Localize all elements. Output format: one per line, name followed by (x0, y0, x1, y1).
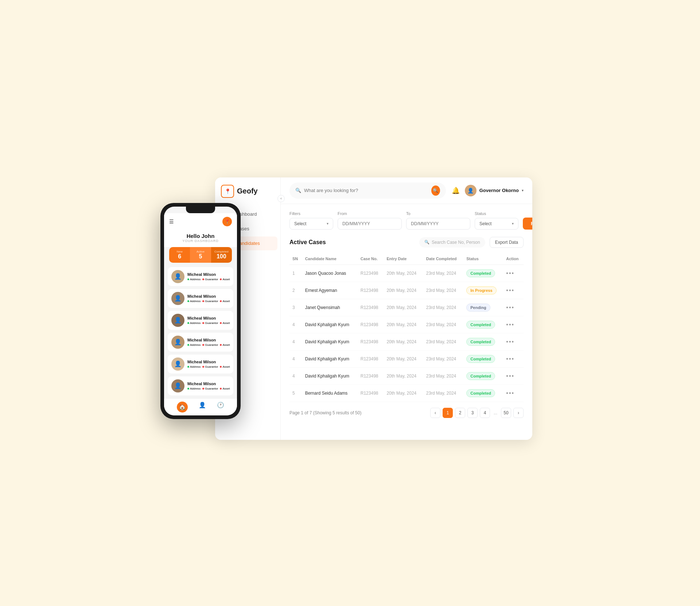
cell-action[interactable]: ••• (503, 282, 524, 299)
stat-completed-value: 100 (213, 253, 230, 260)
phone-nav: 🏠 👤 🕐 (164, 398, 237, 415)
candidate-info: Micheal Milson Address Guarantor Asset (187, 272, 230, 281)
cell-case-no: R123498 (358, 367, 384, 384)
search-input[interactable] (304, 188, 428, 193)
cell-action[interactable]: ••• (503, 316, 524, 333)
cell-sn: 4 (289, 316, 302, 333)
action-dots[interactable]: ••• (506, 390, 514, 396)
action-dots[interactable]: ••• (506, 373, 514, 379)
stat-new-label: New (171, 250, 188, 253)
candidate-avatar: 👤 (171, 379, 184, 392)
status-label: Status (475, 211, 518, 216)
tag-asset: Asset (220, 365, 230, 368)
tag-address: Address (187, 321, 201, 325)
table-row: 4 David Kphaligah Kyum R123498 20th May,… (289, 367, 524, 384)
candidate-name: Micheal Milson (187, 294, 230, 298)
to-date-input[interactable] (406, 218, 470, 230)
candidate-card[interactable]: 👤 Micheal Milson Address Guarantor Asset (168, 267, 233, 286)
user-info[interactable]: 👤 Governor Okorno ▾ (465, 185, 524, 196)
stat-new-value: 6 (171, 253, 188, 260)
tag-guarantor: Guarantor (202, 387, 218, 390)
tag-address: Address (187, 387, 201, 390)
cell-sn: 4 (289, 350, 302, 367)
from-label: From (338, 211, 402, 216)
cell-case-no: R123498 (358, 299, 384, 316)
page-ellipsis: ... (492, 410, 499, 415)
tag-guarantor: Guarantor (202, 321, 218, 325)
action-dots[interactable]: ••• (506, 356, 514, 362)
hamburger-icon[interactable]: ☰ (169, 219, 174, 224)
table-row: 3 Janet Qwensimah R123498 20th May, 2024… (289, 299, 524, 316)
tag-address: Address (187, 278, 201, 281)
search-bar: 🔍 🔍 (289, 183, 446, 199)
hello-sub: YOUR DASHBOARD (169, 239, 232, 243)
cell-action[interactable]: ••• (503, 350, 524, 367)
candidate-card[interactable]: 👤 Micheal Milson Address Guarantor Asset (168, 376, 233, 395)
cell-name: David Kphaligah Kyum (302, 367, 358, 384)
page-2-button[interactable]: 2 (455, 408, 465, 418)
candidate-card[interactable]: 👤 Micheal Milson Address Guarantor Asset (168, 289, 233, 308)
col-sn: SN (289, 253, 302, 265)
cell-sn: 2 (289, 282, 302, 299)
candidate-card[interactable]: 👤 Micheal Milson Address Guarantor Asset (168, 355, 233, 374)
candidate-card[interactable]: 👤 Micheal Milson Address Guarantor Asset (168, 311, 233, 330)
search-icon: 🔍 (295, 188, 301, 193)
action-dots[interactable]: ••• (506, 270, 514, 276)
candidate-tags: Address Guarantor Asset (187, 343, 230, 347)
stat-active-value: 5 (192, 253, 209, 260)
filters-select[interactable]: Select ▾ (289, 218, 333, 230)
cell-sn: 4 (289, 367, 302, 384)
cell-action[interactable]: ••• (503, 367, 524, 384)
cell-action[interactable]: ••• (503, 265, 524, 282)
candidate-tags: Address Guarantor Asset (187, 278, 230, 281)
phone-header: ☰ 📍 (164, 213, 237, 230)
main-content: 🔍 🔍 🔔 👤 Governor Okorno ▾ (281, 177, 532, 440)
action-dots[interactable]: ••• (506, 321, 514, 328)
desktop-app: 📍 Geofy ‹ ⊞ Dashboard 🏠 Cases 👤 Candidat… (215, 177, 532, 440)
cell-case-no: R123498 (358, 316, 384, 333)
next-page-button[interactable]: › (513, 408, 524, 418)
cell-status: In Progress (463, 282, 503, 299)
status-select[interactable]: Select ▾ (475, 218, 518, 230)
candidate-name: Micheal Milson (187, 338, 230, 342)
notification-button[interactable]: 🔔 (452, 187, 460, 195)
search-button[interactable]: 🔍 (431, 185, 440, 196)
cell-entry-date: 20th May, 2024 (384, 316, 423, 333)
from-date-input[interactable] (338, 218, 402, 230)
cell-action[interactable]: ••• (503, 333, 524, 350)
col-action: Action (503, 253, 524, 265)
page-4-button[interactable]: 4 (480, 408, 490, 418)
cell-date-completed: 23rd May, 2024 (423, 350, 463, 367)
page-3-button[interactable]: 3 (467, 408, 478, 418)
phone-nav-profile[interactable]: 👤 (199, 402, 206, 413)
cell-date-completed: 23rd May, 2024 (423, 384, 463, 402)
prev-page-button[interactable]: ‹ (430, 408, 440, 418)
candidate-tags: Address Guarantor Asset (187, 387, 230, 390)
tag-guarantor: Guarantor (202, 365, 218, 368)
tag-asset: Asset (220, 343, 230, 347)
search-case-bar[interactable]: 🔍 Search Case No, Person (419, 237, 485, 247)
sidebar-toggle[interactable]: ‹ (277, 195, 285, 202)
candidate-info: Micheal Milson Address Guarantor Asset (187, 338, 230, 347)
phone-logo-icon: 📍 (222, 217, 232, 226)
status-arrow-icon: ▾ (512, 222, 514, 226)
header-right: 🔔 👤 Governor Okorno ▾ (452, 185, 524, 196)
col-date-completed: Date Completed (423, 253, 463, 265)
export-button[interactable]: Export Data (490, 237, 524, 248)
phone-nav-history[interactable]: 🕐 (217, 402, 224, 413)
page-1-button[interactable]: 1 (443, 408, 453, 418)
page-50-button[interactable]: 50 (501, 408, 511, 418)
phone-nav-home[interactable]: 🏠 (177, 402, 188, 413)
action-dots[interactable]: ••• (506, 304, 514, 310)
action-dots[interactable]: ••• (506, 339, 514, 345)
candidate-card[interactable]: 👤 Micheal Milson Address Guarantor Asset (168, 333, 233, 352)
filter-button[interactable]: Filter (523, 218, 532, 230)
cell-action[interactable]: ••• (503, 384, 524, 402)
cell-entry-date: 20th May, 2024 (384, 333, 423, 350)
cell-name: Bernard Seidu Adams (302, 384, 358, 402)
action-dots[interactable]: ••• (506, 287, 514, 293)
chevron-down-icon: ▾ (522, 188, 524, 192)
col-entry-date: Entry Date (384, 253, 423, 265)
phone-screen: ☰ 📍 Hello John YOUR DASHBOARD New 6 Acti… (164, 207, 237, 415)
cell-action[interactable]: ••• (503, 299, 524, 316)
